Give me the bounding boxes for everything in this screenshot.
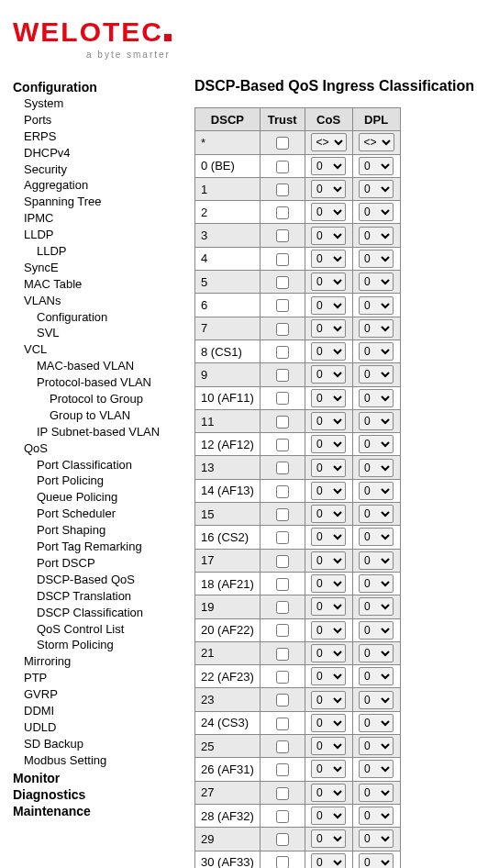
cos-select[interactable]: 0 — [311, 597, 346, 616]
trust-checkbox[interactable] — [276, 718, 289, 730]
trust-checkbox[interactable] — [276, 694, 289, 707]
trust-checkbox[interactable] — [276, 323, 289, 336]
dpl-select[interactable]: 0 — [359, 296, 394, 315]
nav-item[interactable]: Mirroring — [13, 654, 193, 670]
dpl-select[interactable]: 0 — [359, 227, 394, 245]
nav-item[interactable]: MAC-based VLAN — [13, 359, 193, 374]
cos-select[interactable]: 0 — [311, 435, 346, 453]
dpl-select[interactable]: 0 — [359, 528, 394, 546]
dpl-select[interactable]: 0 — [359, 760, 394, 778]
nav-item[interactable]: LLDP — [13, 228, 193, 243]
cos-select[interactable]: 0 — [311, 296, 346, 315]
trust-checkbox[interactable] — [276, 601, 289, 614]
nav-item[interactable]: DSCP Translation — [13, 589, 193, 605]
trust-checkbox[interactable] — [276, 787, 289, 800]
nav-item[interactable]: IP Subnet-based VLAN — [13, 425, 193, 440]
dpl-select[interactable]: 0 — [359, 574, 394, 593]
trust-checkbox[interactable] — [276, 276, 289, 289]
dpl-select[interactable]: 0 — [359, 412, 394, 430]
nav-item[interactable]: Protocol-based VLAN — [13, 375, 193, 391]
cos-select[interactable]: 0 — [311, 853, 346, 868]
dpl-select[interactable]: 0 — [359, 157, 394, 175]
nav-item[interactable]: System — [13, 96, 193, 112]
dpl-select[interactable]: 0 — [359, 597, 394, 616]
nav-section-configuration[interactable]: Configuration — [13, 80, 193, 95]
dpl-select[interactable]: <> — [359, 133, 394, 151]
cos-select[interactable]: 0 — [311, 784, 346, 802]
dpl-select[interactable]: 0 — [359, 551, 394, 570]
nav-item[interactable]: Port DSCP — [13, 556, 193, 572]
dpl-select[interactable]: 0 — [359, 644, 394, 662]
nav-item[interactable]: DSCP Classification — [13, 606, 193, 621]
nav-item[interactable]: Configuration — [13, 310, 193, 326]
nav-item[interactable]: Spanning Tree — [13, 195, 193, 210]
cos-select[interactable]: 0 — [311, 551, 346, 570]
cos-select[interactable]: 0 — [311, 203, 346, 221]
trust-checkbox[interactable] — [276, 485, 289, 498]
nav-item[interactable]: Protocol to Group — [13, 392, 193, 407]
nav-item[interactable]: VCL — [13, 342, 193, 358]
dpl-select[interactable]: 0 — [359, 459, 394, 477]
trust-checkbox[interactable] — [276, 833, 289, 846]
dpl-select[interactable]: 0 — [359, 853, 394, 868]
nav-item[interactable]: PTP — [13, 671, 193, 686]
nav-item[interactable]: DSCP-Based QoS — [13, 573, 193, 588]
trust-checkbox[interactable] — [276, 184, 289, 196]
nav-item[interactable]: UDLD — [13, 720, 193, 736]
nav-item[interactable]: ERPS — [13, 129, 193, 145]
dpl-select[interactable]: 0 — [359, 482, 394, 500]
cos-select[interactable]: 0 — [311, 227, 346, 245]
cos-select[interactable]: 0 — [311, 644, 346, 662]
trust-checkbox[interactable] — [276, 346, 289, 359]
dpl-select[interactable]: 0 — [359, 203, 394, 221]
nav-item[interactable]: SyncE — [13, 261, 193, 276]
dpl-select[interactable]: 0 — [359, 784, 394, 802]
cos-select[interactable]: 0 — [311, 574, 346, 593]
cos-select[interactable]: 0 — [311, 389, 346, 407]
cos-select[interactable]: 0 — [311, 807, 346, 825]
trust-checkbox[interactable] — [276, 810, 289, 823]
cos-select[interactable]: 0 — [311, 621, 346, 640]
trust-checkbox[interactable] — [276, 161, 289, 173]
trust-checkbox[interactable] — [276, 137, 289, 150]
nav-item[interactable]: SVL — [13, 326, 193, 341]
nav-item[interactable]: IPMC — [13, 211, 193, 227]
cos-select[interactable]: 0 — [311, 714, 346, 732]
cos-select[interactable]: 0 — [311, 250, 346, 268]
nav-item[interactable]: Storm Policing — [13, 638, 193, 653]
cos-select[interactable]: 0 — [311, 319, 346, 338]
nav-item[interactable]: QoS — [13, 441, 193, 457]
cos-select[interactable]: 0 — [311, 829, 346, 848]
trust-checkbox[interactable] — [276, 206, 289, 219]
cos-select[interactable]: 0 — [311, 365, 346, 384]
dpl-select[interactable]: 0 — [359, 180, 394, 198]
trust-checkbox[interactable] — [276, 369, 289, 382]
dpl-select[interactable]: 0 — [359, 829, 394, 848]
trust-checkbox[interactable] — [276, 856, 289, 868]
trust-checkbox[interactable] — [276, 648, 289, 661]
nav-item[interactable]: Group to VLAN — [13, 408, 193, 424]
trust-checkbox[interactable] — [276, 439, 289, 451]
cos-select[interactable]: 0 — [311, 667, 346, 685]
trust-checkbox[interactable] — [276, 229, 289, 242]
dpl-select[interactable]: 0 — [359, 505, 394, 523]
nav-item[interactable]: VLANs — [13, 294, 193, 309]
cos-select[interactable]: 0 — [311, 273, 346, 291]
dpl-select[interactable]: 0 — [359, 273, 394, 291]
trust-checkbox[interactable] — [276, 740, 289, 753]
nav-section-diagnostics[interactable]: Diagnostics — [13, 787, 193, 802]
nav-item[interactable]: GVRP — [13, 687, 193, 703]
cos-select[interactable]: 0 — [311, 342, 346, 361]
trust-checkbox[interactable] — [276, 763, 289, 776]
cos-select[interactable]: 0 — [311, 482, 346, 500]
cos-select[interactable]: 0 — [311, 691, 346, 709]
nav-section-maintenance[interactable]: Maintenance — [13, 804, 193, 818]
dpl-select[interactable]: 0 — [359, 621, 394, 640]
trust-checkbox[interactable] — [276, 462, 289, 474]
nav-section-monitor[interactable]: Monitor — [13, 771, 193, 785]
nav-item[interactable]: Security — [13, 162, 193, 178]
trust-checkbox[interactable] — [276, 624, 289, 637]
dpl-select[interactable]: 0 — [359, 714, 394, 732]
trust-checkbox[interactable] — [276, 555, 289, 568]
dpl-select[interactable]: 0 — [359, 807, 394, 825]
